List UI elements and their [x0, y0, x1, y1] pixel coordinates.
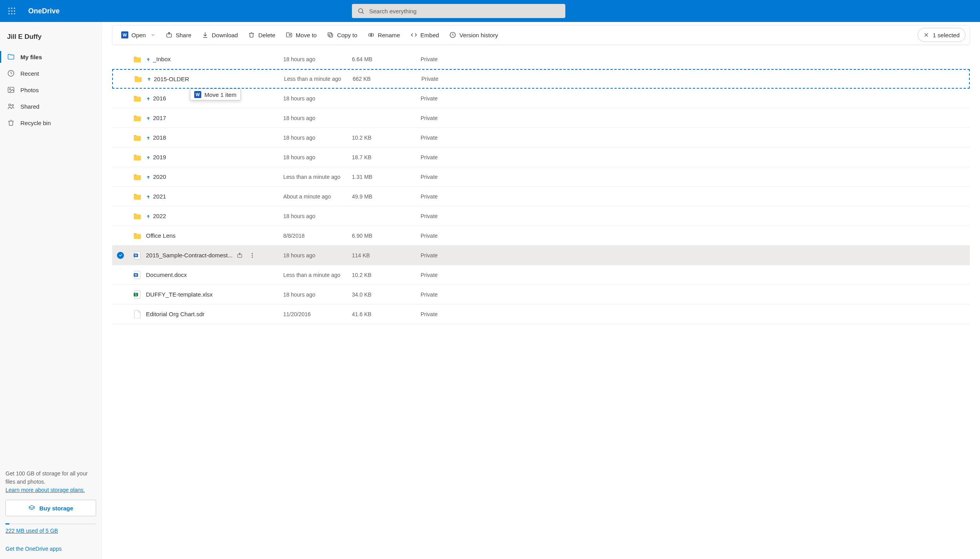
nav-label: Photos [20, 87, 39, 93]
svg-point-4 [11, 10, 12, 11]
rename-button[interactable]: Rename [363, 28, 405, 42]
clear-selection-button[interactable]: 1 selected [918, 28, 965, 42]
file-name[interactable]: 2016 [146, 95, 283, 102]
table-row[interactable]: 2021About a minute ago49.9 MBPrivate [112, 187, 970, 206]
file-name[interactable]: 2015_Sample-Contract-domest... [146, 250, 283, 261]
sharing-cell: Private [421, 272, 970, 278]
svg-rect-12 [8, 87, 14, 92]
table-row[interactable]: 2015-OLDERLess than a minute ago662 KBPr… [112, 69, 970, 89]
svg-rect-18 [328, 33, 332, 36]
table-row[interactable]: _Inbox18 hours ago6.64 MBPrivate [112, 49, 970, 69]
sidebar: Jill E Duffy My files Recent Photos Shar… [0, 22, 102, 559]
file-name[interactable]: 2022 [146, 213, 283, 219]
sharing-cell: Private [421, 233, 970, 239]
file-name[interactable]: DUFFY_TE-template.xlsx [146, 291, 283, 298]
buy-storage-button[interactable]: Buy storage [5, 500, 96, 516]
brand-title: OneDrive [28, 7, 60, 15]
sharing-cell: Private [421, 291, 970, 298]
move-to-label: Move to [296, 32, 317, 38]
copy-to-label: Copy to [337, 32, 357, 38]
app-launcher-button[interactable] [5, 4, 19, 18]
modified-cell: 18 hours ago [283, 115, 352, 121]
table-row[interactable]: 201918 hours ago18.7 KBPrivate [112, 147, 970, 167]
table-row[interactable]: XDUFFY_TE-template.xlsx18 hours ago34.0 … [112, 285, 970, 304]
file-list[interactable]: _Inbox18 hours ago6.64 MBPrivate2015-OLD… [102, 45, 980, 559]
nav-shared[interactable]: Shared [0, 98, 102, 115]
embed-button[interactable]: Embed [406, 28, 444, 42]
row-more-button[interactable] [247, 250, 258, 261]
svg-rect-17 [329, 34, 333, 37]
row-share-button[interactable] [234, 250, 245, 261]
open-button[interactable]: W Open [117, 28, 160, 42]
table-row[interactable]: Office Lens8/8/20186.90 MBPrivate [112, 226, 970, 246]
nav-label: My files [20, 54, 42, 60]
nav-recent[interactable]: Recent [0, 65, 102, 82]
file-name[interactable]: _Inbox [146, 56, 283, 62]
size-cell: 10.2 KB [352, 135, 421, 141]
row-select[interactable] [112, 252, 129, 259]
modified-cell: Less than a minute ago [283, 272, 352, 278]
sharing-cell: Private [421, 193, 970, 200]
svg-point-0 [8, 7, 9, 9]
sharing-cell: Private [421, 76, 969, 82]
table-row[interactable]: 201818 hours ago10.2 KBPrivate [112, 128, 970, 147]
sharing-cell: Private [421, 174, 970, 180]
file-icon: X [129, 290, 146, 299]
version-history-button[interactable]: Version history [444, 28, 503, 42]
nav-list: My files Recent Photos Shared Recycle bi… [0, 45, 102, 131]
storage-used-link[interactable]: 222 MB used of 5 GB [5, 528, 96, 534]
table-row[interactable]: WDocument.docxLess than a minute ago10.2… [112, 265, 970, 285]
modified-cell: 18 hours ago [283, 154, 352, 160]
embed-label: Embed [421, 32, 439, 38]
file-name[interactable]: 2018 [146, 134, 283, 141]
folder-icon [129, 56, 146, 63]
delete-button[interactable]: Delete [243, 28, 280, 42]
sharing-cell: Private [421, 135, 970, 141]
nav-my-files[interactable]: My files [0, 49, 102, 65]
svg-point-13 [9, 89, 11, 90]
promo-text: Get 100 GB of storage for all your files… [5, 470, 87, 485]
file-name[interactable]: 2020 [146, 173, 283, 180]
nav-photos[interactable]: Photos [0, 82, 102, 98]
copy-to-button[interactable]: Copy to [322, 28, 362, 42]
learn-more-link[interactable]: Learn more about storage plans. [5, 487, 85, 493]
sharing-cell: Private [421, 56, 970, 62]
sharing-cell: Private [421, 252, 970, 259]
download-button[interactable]: Download [197, 28, 243, 42]
svg-rect-20 [372, 34, 373, 36]
size-cell: 662 KB [353, 76, 421, 82]
search-box[interactable] [352, 4, 565, 18]
table-row[interactable]: W2015_Sample-Contract-domest...18 hours … [112, 246, 970, 265]
sharing-cell: Private [421, 95, 970, 102]
get-apps-link[interactable]: Get the OneDrive apps [5, 546, 96, 552]
file-name[interactable]: Editorial Org Chart.sdr [146, 311, 283, 317]
file-name[interactable]: Document.docx [146, 271, 283, 278]
share-button[interactable]: Share [161, 28, 196, 42]
svg-point-15 [12, 104, 13, 106]
folder-icon [129, 232, 146, 239]
svg-text:W: W [135, 253, 138, 257]
move-to-button[interactable]: Move to [281, 28, 321, 42]
nav-label: Recycle bin [20, 120, 51, 126]
file-name[interactable]: Office Lens [146, 232, 283, 239]
table-row[interactable]: 2020Less than a minute ago1.31 MBPrivate [112, 167, 970, 187]
file-name[interactable]: 2019 [146, 154, 283, 160]
search-input[interactable] [369, 8, 560, 15]
file-name[interactable]: 2015-OLDER [147, 76, 284, 82]
nav-recycle-bin[interactable]: Recycle bin [0, 115, 102, 131]
svg-point-8 [14, 13, 15, 14]
svg-point-9 [359, 9, 363, 13]
file-name[interactable]: 2021 [146, 193, 283, 200]
table-row[interactable]: 201618 hours agoPrivate [112, 89, 970, 108]
folder-icon [129, 95, 146, 102]
size-cell: 114 KB [352, 252, 421, 259]
table-row[interactable]: 201718 hours agoPrivate [112, 108, 970, 128]
selected-count: 1 selected [933, 32, 960, 38]
file-name[interactable]: 2017 [146, 115, 283, 121]
table-row[interactable]: Editorial Org Chart.sdr11/20/201641.6 KB… [112, 304, 970, 324]
svg-point-26 [252, 253, 253, 254]
modified-cell: 18 hours ago [283, 291, 352, 298]
word-icon: W [121, 31, 128, 38]
table-row[interactable]: 202218 hours agoPrivate [112, 206, 970, 226]
modified-cell: 18 hours ago [283, 95, 352, 102]
